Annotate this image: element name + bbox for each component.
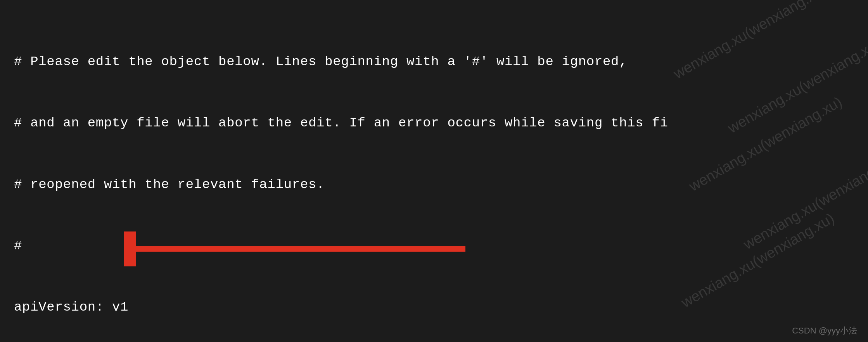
code-line-3: # reopened with the relevant failures.	[14, 174, 854, 195]
code-line-2: # and an empty file will abort the edit.…	[14, 113, 854, 133]
code-content: # Please edit the object below. Lines be…	[14, 11, 854, 342]
csdn-attribution: CSDN @yyy小法	[792, 325, 857, 337]
code-line-1: # Please edit the object below. Lines be…	[14, 52, 854, 72]
code-line-4: #	[14, 236, 854, 256]
code-line-5: apiVersion: v1	[14, 297, 854, 318]
terminal-window: # Please edit the object below. Lines be…	[0, 0, 868, 342]
